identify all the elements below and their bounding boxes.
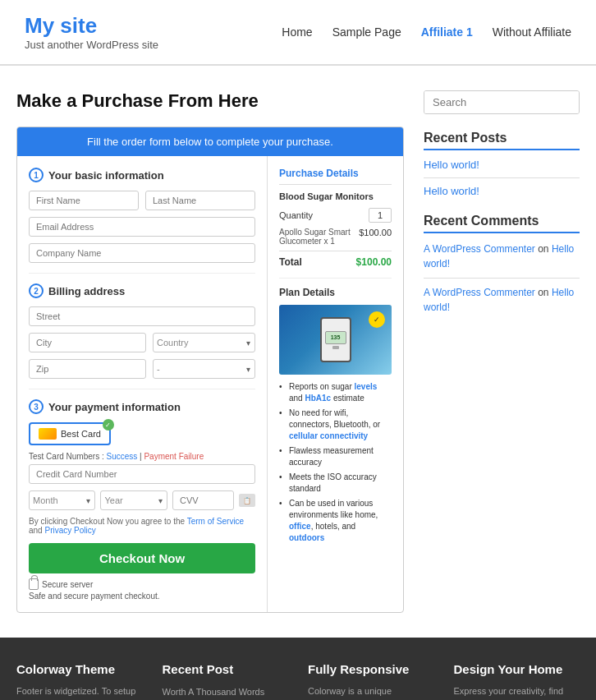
footer-main: Colorway Theme Footer is widgetized. To … (0, 638, 596, 700)
recent-posts-section: Recent Posts Hello world! Hello world! (424, 131, 580, 197)
footer-col-responsive: Fully Responsive Colorway is a unique re… (308, 662, 434, 700)
footer-post-link-1[interactable]: Worth A Thousand Words (163, 687, 265, 697)
plan-details-title: Plan Details (279, 278, 392, 298)
recent-comments-section: Recent Comments A WordPress Commenter on… (424, 214, 580, 315)
first-name-input[interactable] (29, 191, 139, 210)
test-card-info: Test Card Numbers : Success | Payment Fa… (29, 452, 255, 461)
recent-posts-title: Recent Posts (424, 131, 580, 150)
lock-icon (29, 578, 39, 590)
city-input[interactable] (29, 333, 146, 352)
feature-1: Reports on sugar levels and HbA1c estima… (279, 381, 392, 404)
cvv-icon: 📋 (239, 494, 255, 507)
feature-2: No need for wifi, connectors, Bluetooth,… (279, 408, 392, 442)
commenter-2-link[interactable]: A WordPress Commenter (424, 287, 535, 298)
nav-affiliate1[interactable]: Affiliate 1 (421, 25, 473, 39)
privacy-link[interactable]: Privacy Policy (44, 526, 95, 535)
glucometer-screen: 135 (325, 331, 346, 344)
cvv-input[interactable] (172, 490, 234, 510)
search-input[interactable] (424, 91, 579, 113)
checkout-header: Fill the order form below to complete yo… (17, 127, 403, 156)
last-name-input[interactable] (145, 191, 255, 210)
sidebar: 🔍 Recent Posts Hello world! Hello world!… (424, 90, 580, 613)
footer-col1-text: Footer is widgetized. To setup the foote… (16, 684, 143, 700)
country-select[interactable]: Country (153, 333, 255, 352)
post-link-2[interactable]: Hello world! (424, 185, 580, 197)
nav-home[interactable]: Home (282, 25, 312, 39)
features-list: Reports on sugar levels and HbA1c estima… (279, 381, 392, 544)
footer-col2-title: Recent Post (163, 662, 289, 676)
quality-badge: ✓ (369, 311, 385, 328)
step2-label: 2 Billing address (29, 283, 255, 298)
footer-col1-title: Colorway Theme (16, 662, 143, 676)
total-label: Total (279, 256, 302, 268)
state-select[interactable]: - (153, 359, 255, 379)
footer-col3-text: Colorway is a unique responsive WordPres… (308, 684, 434, 700)
checkout-form: Fill the order form below to complete yo… (16, 127, 404, 613)
step1-circle: 1 (29, 168, 44, 182)
card-check-icon: ✓ (103, 419, 114, 431)
product-image: 135 ✓ (279, 305, 392, 375)
step1-label: 1 Your basic information (29, 168, 255, 182)
post-link-1[interactable]: Hello world! (424, 159, 580, 171)
company-input[interactable] (29, 243, 255, 263)
qty-label: Quantity (279, 210, 313, 220)
month-select[interactable]: Month (29, 490, 95, 510)
comment-1: A WordPress Commenter on Hello world! (424, 242, 580, 271)
glucometer-button (332, 346, 339, 349)
year-select[interactable]: Year (100, 490, 167, 510)
site-branding: My site Just another WordPress site (25, 13, 158, 51)
qty-value: 1 (369, 208, 392, 223)
site-title: My site (25, 13, 158, 39)
zip-input[interactable] (29, 359, 146, 379)
comment-2: A WordPress Commenter on Hello world! (424, 285, 580, 315)
product-line: Apollo Sugar Smart Glucometer x 1 (279, 228, 359, 246)
street-input[interactable] (29, 306, 255, 326)
footer-col4-text: Express your creativity, find inspiratio… (454, 684, 580, 700)
feature-5: Can be used in various environments like… (279, 498, 392, 544)
total-price: $100.00 (356, 256, 392, 268)
search-button[interactable]: 🔍 (579, 91, 580, 113)
footer-col3-title: Fully Responsive (308, 662, 434, 676)
success-link[interactable]: Success (106, 452, 137, 461)
failure-link[interactable]: Payment Failure (144, 452, 204, 461)
nav-sample-page[interactable]: Sample Page (332, 25, 401, 39)
glucometer-visual: 135 (320, 317, 351, 362)
card-type-button[interactable]: Best Card ✓ (29, 422, 111, 445)
recent-comments-title: Recent Comments (424, 214, 580, 233)
footer-col-theme: Colorway Theme Footer is widgetized. To … (16, 662, 143, 700)
search-box: 🔍 (424, 90, 580, 114)
footer-col4-title: Design Your Home (454, 662, 580, 676)
checkout-button[interactable]: Checkout Now (29, 543, 255, 573)
step3-circle: 3 (29, 399, 44, 414)
commenter-1-link[interactable]: A WordPress Commenter (424, 243, 535, 255)
step3-label: 3 Your payment information (29, 399, 255, 414)
nav-without-affiliate[interactable]: Without Affiliate (493, 25, 571, 39)
email-input[interactable] (29, 217, 255, 237)
product-name: Blood Sugar Monitors (279, 191, 392, 201)
step2-circle: 2 (29, 283, 44, 298)
feature-4: Meets the ISO accuracy standard (279, 472, 392, 495)
safe-text: Safe and secure payment checkout. (29, 592, 255, 601)
purchase-details-title: Purchase Details (279, 168, 392, 185)
footer-col-recent: Recent Post Worth A Thousand Words Categ… (163, 662, 289, 700)
site-tagline: Just another WordPress site (25, 39, 158, 51)
card-number-input[interactable] (29, 464, 255, 484)
feature-3: Flawless measurement accuracy (279, 445, 392, 468)
main-nav: Home Sample Page Affiliate 1 Without Aff… (282, 25, 571, 39)
secure-text: Secure server (29, 578, 255, 590)
terms-link[interactable]: Term of Service (187, 517, 244, 526)
terms-text: By clicking Checkout Now you agree to th… (29, 517, 255, 535)
product-price: $100.00 (359, 228, 392, 246)
card-icon (39, 428, 57, 440)
footer-col-design: Design Your Home Express your creativity… (454, 662, 580, 700)
page-title: Make a Purchase From Here (16, 90, 404, 112)
